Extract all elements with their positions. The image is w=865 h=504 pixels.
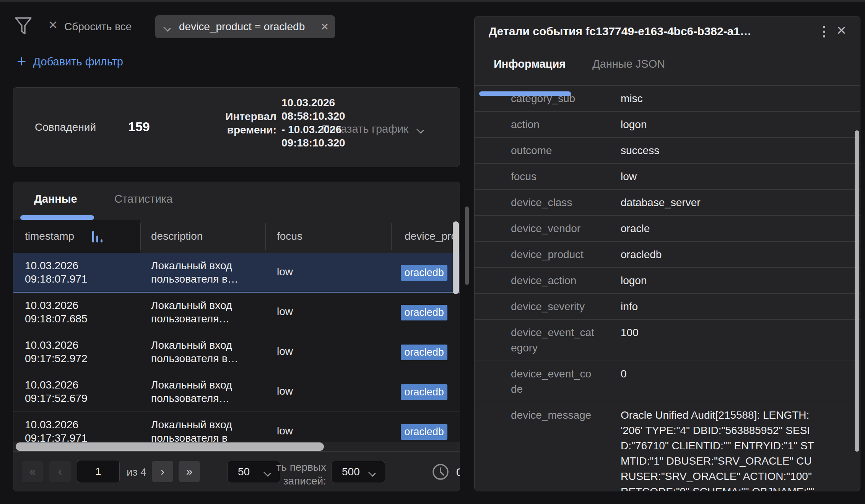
chevron-down-icon[interactable] (164, 24, 172, 29)
description-cell: Локальный входпользователя в… (151, 338, 238, 365)
field-value: oracledb (621, 247, 662, 262)
table-row[interactable]: 10.03.202609:17:52.679Локальный входполь… (13, 372, 460, 412)
field-key: outcome (511, 143, 595, 158)
first-page-button[interactable]: « (22, 461, 43, 482)
column-divider (140, 223, 141, 250)
field-value: 100 (621, 325, 639, 340)
table-body: 10.03.202609:18:07.971Локальный входполь… (13, 253, 460, 451)
table-horizontal-scrollbar-thumb[interactable] (16, 442, 324, 451)
timestamp-cell: 10.03.202609:18:07.685 (25, 299, 88, 325)
table-row[interactable]: 10.03.202609:18:07.685Локальный входполь… (13, 293, 460, 332)
timestamp-cell: 10.03.202609:17:52.679 (25, 378, 88, 405)
detail-field-row: device_productoracledb (475, 241, 860, 267)
records-limit-label-line1: ть первых (250, 460, 326, 474)
filter-chip[interactable]: device_product = oracledb ✕ (155, 15, 335, 38)
clock-icon[interactable] (432, 463, 449, 481)
focus-cell: low (277, 266, 293, 278)
description-cell: Локальный входпользователя в (151, 418, 232, 445)
interval-line: 09:18:10.320 (281, 136, 345, 150)
column-header-timestamp[interactable]: timestamp (25, 230, 74, 242)
field-value: logon (621, 273, 647, 288)
tab-data[interactable]: Данные (34, 193, 77, 205)
details-header: Детали события fc137749-e163-4bc6-b382-a… (475, 16, 860, 47)
reset-all-x-icon[interactable]: ✕ (48, 18, 58, 32)
interval-label: Интервал времени: (166, 110, 276, 137)
previous-page-button[interactable]: ‹ (49, 461, 71, 482)
column-header-device-product[interactable]: device_pro (405, 230, 457, 242)
table-vertical-scrollbar[interactable] (453, 221, 459, 294)
reset-all-button[interactable]: Сбросить все (64, 21, 132, 33)
device-product-highlight[interactable]: oracledb (401, 265, 447, 281)
active-tab-underline (20, 215, 94, 220)
tab-statistics[interactable]: Статистика (114, 193, 172, 205)
records-limit-value: 500 (342, 466, 360, 478)
matches-summary-panel: Совпадений 159 Интервал времени: 10.03.2… (13, 87, 460, 167)
table-tabs: Данные Статистика (13, 182, 460, 216)
interval-line: 10.03.2026 (281, 96, 345, 109)
device-product-highlight[interactable]: oracledb (401, 305, 447, 320)
table-header: timestamp description focus device_pro (13, 220, 460, 253)
matches-count: 159 (128, 119, 150, 134)
event-details-panel: Детали события fc137749-e163-4bc6-b382-a… (474, 16, 860, 491)
chevron-down-icon (369, 470, 377, 475)
filter-chip-label: device_product = oracledb (179, 21, 305, 33)
interval-label-line1: Интервал (166, 110, 276, 123)
records-limit-label: ть первых записей: (250, 460, 326, 488)
page-vertical-scrollbar[interactable] (465, 206, 469, 285)
detail-field-row: outcomesuccess (475, 137, 860, 163)
field-value: logon (621, 117, 647, 132)
details-tabs: Информация Данные JSON (475, 47, 860, 85)
detail-field-row: category_submisc (475, 85, 860, 111)
field-key: device_class (511, 195, 595, 210)
timestamp-cell: 10.03.202609:17:37.971 (25, 418, 88, 445)
device-product-highlight[interactable]: oracledb (401, 345, 447, 360)
table-row[interactable]: 10.03.202609:17:52.972Локальный входполь… (13, 332, 460, 372)
focus-cell: low (277, 425, 293, 437)
tab-information[interactable]: Информация (494, 58, 566, 70)
kebab-menu-icon[interactable] (815, 23, 833, 41)
events-table-panel: Данные Статистика timestamp description … (13, 182, 460, 451)
device-product-highlight[interactable]: oracledb (401, 384, 447, 400)
column-divider (391, 223, 392, 250)
tab-json-data[interactable]: Данные JSON (592, 58, 665, 70)
field-value: oracle (621, 221, 650, 236)
sort-bars-icon[interactable] (92, 229, 104, 244)
description-cell: Локальный входпользователя… (151, 378, 232, 405)
device-product-highlight[interactable]: oracledb (401, 424, 447, 440)
column-header-focus[interactable]: focus (277, 230, 302, 242)
records-limit-select[interactable]: 500 (332, 461, 385, 483)
page-size-value: 50 (238, 466, 250, 478)
filter-bar: ✕ Сбросить все device_product = oracledb… (0, 2, 470, 44)
field-key: device_action (511, 273, 595, 288)
remove-filter-icon[interactable]: ✕ (320, 21, 329, 33)
add-filter-label: Добавить фильтр (33, 55, 123, 68)
description-cell: Локальный входпользователя… (151, 299, 232, 325)
field-key: category_sub (511, 91, 595, 106)
next-page-button[interactable]: › (152, 461, 173, 482)
detail-field-row: device_classdatabase_server (475, 189, 860, 215)
column-divider (265, 223, 266, 250)
chevron-down-icon (417, 127, 425, 132)
last-page-button[interactable]: » (179, 461, 200, 482)
interval-label-line2: времени: (166, 123, 276, 137)
table-row[interactable]: 10.03.202609:18:07.971Локальный входполь… (13, 253, 460, 293)
details-vertical-scrollbar[interactable] (855, 130, 859, 452)
close-icon[interactable]: ✕ (836, 23, 847, 38)
matches-label: Совпадений (35, 121, 96, 133)
interval-line: - 10.03.2026 (281, 123, 345, 136)
field-key: device_message (511, 408, 595, 423)
field-value: success (621, 143, 659, 158)
details-title: Детали события fc137749-e163-4bc6-b382-a… (489, 25, 751, 38)
timestamp-cell: 10.03.202609:18:07.971 (25, 259, 88, 286)
column-header-description[interactable]: description (151, 230, 203, 242)
focus-cell: low (277, 306, 293, 318)
add-filter-button[interactable]: + Добавить фильтр (17, 54, 123, 70)
field-key: action (511, 117, 595, 132)
page-number-input[interactable] (77, 460, 120, 483)
field-key: device_product (511, 247, 595, 262)
detail-field-row: device_event_code0 (475, 361, 860, 402)
details-fields-list: category_submiscactionlogonoutcomesucces… (475, 85, 860, 491)
field-value: database_server (621, 195, 701, 210)
interval-line: 08:58:10.320 (281, 109, 345, 123)
field-value: Oracle Unified Audit[215588]: LENGTH: '2… (621, 408, 818, 491)
